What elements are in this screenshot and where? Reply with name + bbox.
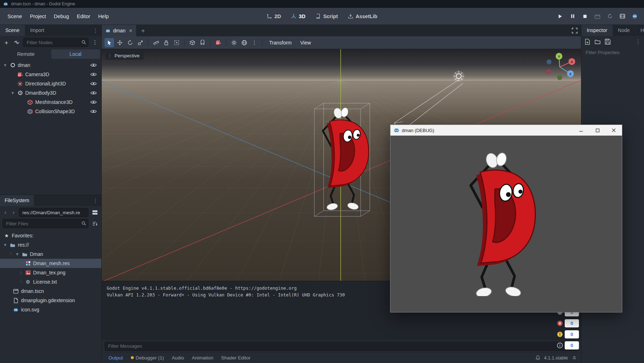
lock-icon[interactable] bbox=[161, 38, 171, 47]
visibility-eye-icon[interactable] bbox=[90, 91, 99, 95]
file-item-dman-folder[interactable]: └ ▼ Dman bbox=[0, 249, 101, 259]
current-path-input[interactable] bbox=[19, 208, 89, 217]
maximize-button[interactable] bbox=[589, 125, 606, 136]
scene-tree-node-camera3d[interactable]: Camera3D bbox=[0, 70, 101, 79]
sun-toggle-icon[interactable] bbox=[229, 38, 239, 47]
scene-tree-node-dmanbody3d[interactable]: ▼ DmanBody3D bbox=[0, 88, 101, 98]
tab-history[interactable]: Hi bbox=[635, 25, 644, 36]
file-item-res-root[interactable]: ▼ res:// bbox=[0, 240, 101, 249]
filter-messages-input[interactable] bbox=[105, 342, 578, 351]
filter-properties-input[interactable] bbox=[583, 50, 636, 55]
minimize-button[interactable] bbox=[573, 125, 589, 136]
tab-node[interactable]: Node bbox=[613, 25, 635, 36]
instance-scene-button[interactable] bbox=[13, 38, 21, 46]
collapse-arrow-icon[interactable]: ▼ bbox=[3, 63, 7, 67]
counter-errors[interactable]: 0 bbox=[557, 319, 579, 328]
transform-menu[interactable]: Transform bbox=[265, 40, 296, 46]
scene-tree-menu-icon[interactable]: ⋮ bbox=[91, 38, 99, 46]
bottom-tab-audio[interactable]: Audio bbox=[168, 352, 188, 363]
file-item-dmanplugin-gdextension[interactable]: dmanplugin.gdextension bbox=[0, 296, 101, 305]
ruler-icon[interactable] bbox=[151, 38, 161, 47]
menu-editor[interactable]: Editor bbox=[73, 11, 94, 22]
local-space-icon[interactable] bbox=[187, 38, 197, 47]
add-node-button[interactable]: ＋ bbox=[2, 38, 10, 46]
file-item-license-txt[interactable]: └ ⚙ License.txt bbox=[0, 277, 101, 286]
tab-inspector[interactable]: Inspector bbox=[581, 25, 613, 36]
expand-bottom-panel-icon[interactable] bbox=[572, 356, 577, 360]
scene-tree-node-directionallight3d[interactable]: DirectionalLight3D bbox=[0, 79, 101, 88]
menu-debug[interactable]: Debug bbox=[50, 11, 73, 22]
mode-script-button[interactable]: Script bbox=[312, 11, 342, 22]
remote-button[interactable]: Remote bbox=[1, 49, 50, 59]
scene-tree-node-collisionshape3d[interactable]: CollisionShape3D bbox=[0, 107, 101, 116]
filesystem-menu-icon[interactable]: ⋮ bbox=[90, 198, 101, 204]
movie-maker-button[interactable] bbox=[594, 13, 601, 20]
toggle-split-mode-icon[interactable] bbox=[91, 209, 99, 216]
filesystem-title[interactable]: FileSystem bbox=[0, 195, 34, 206]
visibility-eye-icon[interactable] bbox=[90, 81, 99, 86]
collapse-arrow-icon[interactable]: ▼ bbox=[10, 91, 15, 95]
environment-toggle-icon[interactable] bbox=[239, 38, 249, 47]
menu-help[interactable]: Help bbox=[94, 11, 113, 22]
scale-tool-icon[interactable] bbox=[135, 38, 145, 47]
close-button[interactable] bbox=[606, 125, 622, 136]
visibility-eye-icon[interactable] bbox=[90, 63, 99, 67]
file-item-icon-svg[interactable]: icon.svg bbox=[0, 305, 101, 314]
notification-bell-icon[interactable] bbox=[536, 355, 540, 360]
group-icon[interactable] bbox=[172, 38, 181, 47]
orientation-gizmo[interactable]: Y X Z bbox=[541, 51, 578, 83]
inspector-menu-icon[interactable]: ⋮ bbox=[635, 38, 641, 45]
mode-2d-button[interactable]: 2D bbox=[263, 11, 285, 22]
viewport-options-dots-icon[interactable]: ⋮ bbox=[250, 38, 259, 47]
file-item-dman-mesh-res[interactable]: ├ Dman_mesh.res bbox=[0, 259, 101, 268]
file-sort-icon[interactable] bbox=[91, 220, 99, 227]
close-tab-icon[interactable]: ✕ bbox=[128, 28, 133, 33]
local-button[interactable]: Local bbox=[51, 49, 100, 59]
nav-forward-icon[interactable]: › bbox=[11, 209, 16, 216]
visibility-eye-icon[interactable] bbox=[90, 72, 99, 77]
perspective-menu[interactable]: ⋮ Perspective bbox=[105, 52, 144, 60]
game-debug-window[interactable]: dman (DEBUG) bbox=[390, 125, 622, 312]
select-tool-icon[interactable] bbox=[105, 38, 114, 47]
play-button[interactable] bbox=[557, 13, 564, 20]
stop-button[interactable] bbox=[581, 13, 589, 20]
new-resource-icon[interactable] bbox=[585, 39, 590, 45]
camera-preview-icon[interactable] bbox=[213, 38, 223, 47]
menu-project[interactable]: Project bbox=[26, 11, 50, 22]
save-resource-icon[interactable] bbox=[605, 39, 611, 44]
bottom-tab-animation[interactable]: Animation bbox=[188, 352, 217, 363]
expand-viewport-icon[interactable] bbox=[568, 28, 581, 33]
counter-messages[interactable]: 0 bbox=[557, 341, 579, 350]
bottom-tab-output[interactable]: Output bbox=[105, 352, 127, 363]
mode-assetlib-button[interactable]: AssetLib bbox=[344, 11, 381, 22]
filter-nodes-input[interactable] bbox=[23, 38, 89, 47]
nav-back-icon[interactable]: ‹ bbox=[2, 209, 8, 216]
tab-import[interactable]: Import bbox=[25, 25, 50, 36]
menu-scene[interactable]: Scene bbox=[4, 11, 26, 22]
bottom-tab-debugger[interactable]: Debugger (1) bbox=[127, 352, 168, 363]
tab-scene[interactable]: Scene bbox=[0, 25, 25, 36]
remote-debug-icon[interactable] bbox=[631, 13, 638, 20]
counter-warnings[interactable]: 0 bbox=[557, 330, 579, 339]
file-item-favorites[interactable]: ★ Favorites: bbox=[0, 231, 101, 240]
play-custom-scene-button[interactable] bbox=[619, 13, 626, 20]
collapse-arrow-icon[interactable]: ▼ bbox=[3, 243, 7, 247]
reload-scene-button[interactable] bbox=[606, 13, 613, 20]
visibility-eye-icon[interactable] bbox=[90, 109, 99, 114]
view-menu[interactable]: View bbox=[296, 40, 315, 46]
bottom-tab-shader-editor[interactable]: Shader Editor bbox=[217, 352, 255, 363]
scene-tree-node-dman[interactable]: ▼ dman bbox=[0, 60, 101, 70]
visibility-eye-icon[interactable] bbox=[90, 100, 99, 104]
rotate-tool-icon[interactable] bbox=[125, 38, 135, 47]
pause-button[interactable] bbox=[569, 13, 576, 20]
collapse-arrow-icon[interactable]: ▼ bbox=[15, 252, 20, 256]
scene-tree-node-meshinstance3d[interactable]: MeshInstance3D bbox=[0, 98, 101, 107]
load-resource-folder-icon[interactable] bbox=[595, 39, 601, 44]
filter-files-input[interactable] bbox=[2, 219, 89, 228]
mode-3d-button[interactable]: 3D bbox=[287, 11, 309, 22]
snap-icon[interactable] bbox=[198, 38, 207, 47]
move-tool-icon[interactable] bbox=[115, 38, 124, 47]
file-item-dman-tscn[interactable]: dman.tscn bbox=[0, 286, 101, 296]
scene-dock-menu-icon[interactable]: ⋮ bbox=[90, 27, 101, 34]
file-item-dman-tex-png[interactable]: ├ Dman_tex.png bbox=[0, 268, 101, 277]
